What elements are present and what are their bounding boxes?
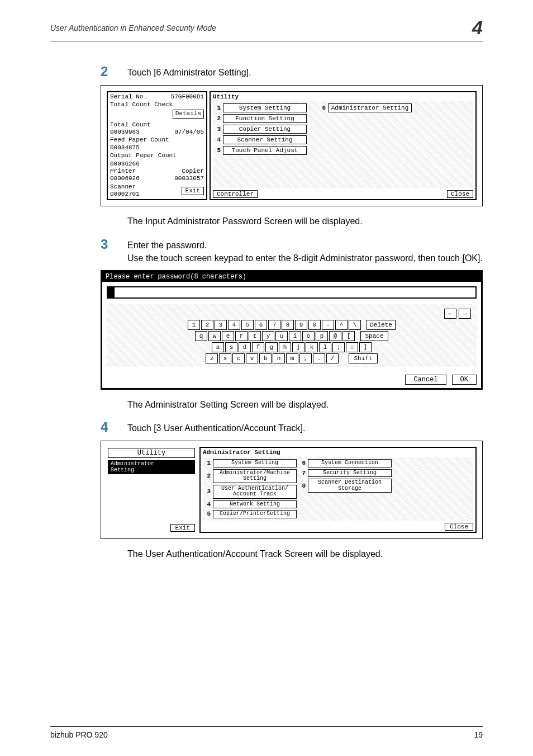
page-header-title: User Authentication in Enhanced Security…: [50, 23, 216, 32]
printer-value: 00006926: [110, 175, 140, 182]
shift-key[interactable]: Shift: [349, 353, 378, 363]
controller-button[interactable]: Controller: [213, 190, 258, 198]
keyboard-key[interactable]: t: [249, 331, 261, 341]
keyboard-key[interactable]: ;: [332, 342, 345, 352]
keyboard-key[interactable]: a: [212, 342, 224, 352]
menu-item-button[interactable]: System Setting: [213, 459, 297, 467]
menu-item-button[interactable]: System Setting: [223, 103, 307, 112]
keyboard-key[interactable]: c: [232, 353, 245, 363]
details-button[interactable]: Details: [173, 110, 204, 118]
keyboard-key[interactable]: 9: [295, 320, 307, 330]
utility-tab[interactable]: Utility: [108, 448, 195, 458]
arrow-right-key[interactable]: →: [459, 309, 471, 319]
close-button[interactable]: Close: [447, 190, 473, 198]
menu-item-button[interactable]: Scanner Destination Storage: [308, 479, 392, 493]
menu-item-number: 4: [215, 136, 221, 143]
menu-item-button[interactable]: Administrator/Machine Setting: [213, 469, 297, 483]
cancel-button[interactable]: Cancel: [405, 375, 446, 385]
serial-label: Serial No.: [110, 93, 147, 101]
admin-setting-title: Administrator Setting: [203, 449, 473, 456]
keyboard-key[interactable]: /: [326, 353, 339, 363]
delete-key[interactable]: Delete: [367, 320, 396, 330]
keyboard-key[interactable]: :: [346, 342, 358, 352]
keyboard-key[interactable]: r: [235, 331, 248, 341]
keyboard-key[interactable]: 7: [268, 320, 280, 330]
keyboard-key[interactable]: 3: [215, 320, 227, 330]
arrow-left-key[interactable]: ←: [444, 309, 456, 319]
space-key[interactable]: Space: [360, 331, 388, 341]
keyboard-key[interactable]: h: [279, 342, 291, 352]
keyboard-key[interactable]: y: [262, 331, 274, 341]
administrator-setting-button[interactable]: Administrator Setting: [328, 103, 412, 112]
cursor: [108, 287, 115, 297]
menu-item-number: 1: [215, 105, 221, 111]
keyboard-key[interactable]: ,: [299, 353, 312, 363]
keyboard-key[interactable]: \: [349, 320, 361, 330]
keyboard-key[interactable]: 6: [255, 320, 267, 330]
menu-item-button[interactable]: Network Setting: [213, 500, 297, 509]
menu-item-button[interactable]: Security Setting: [308, 469, 392, 478]
step-4-text: Touch [3 User Authentication/Account Tra…: [127, 419, 305, 434]
keyboard-key[interactable]: m: [286, 353, 298, 363]
keyboard-key[interactable]: 8: [282, 320, 294, 330]
serial-value: 57GF000D1: [171, 93, 204, 101]
menu-item-number: 2: [215, 115, 221, 122]
exit-button[interactable]: Exit: [182, 187, 204, 195]
menu-item-button[interactable]: Scanner Setting: [223, 135, 307, 144]
keyboard-key[interactable]: d: [239, 342, 251, 352]
menu-item-button[interactable]: System Connection: [308, 459, 392, 467]
menu-item-number: 1: [205, 460, 211, 466]
menu-item-number: 5: [205, 511, 211, 517]
menu-item-number: 7: [300, 470, 306, 476]
close-button[interactable]: Close: [445, 523, 473, 531]
keyboard-key[interactable]: x: [219, 353, 231, 363]
menu-item-button[interactable]: Touch Panel Adjust: [223, 146, 307, 155]
keyboard-key[interactable]: .: [313, 353, 325, 363]
step-number-2: 2: [101, 64, 127, 79]
output-paper-value: 00036266: [110, 160, 204, 168]
keyboard-key[interactable]: g: [265, 342, 278, 352]
keyboard-key[interactable]: z: [206, 353, 218, 363]
menu-item-button[interactable]: Copier/PrinterSetting: [213, 510, 297, 518]
tab-line1: Administrator: [111, 461, 154, 467]
administrator-setting-tab[interactable]: Administrator Setting: [108, 460, 195, 474]
password-input[interactable]: [107, 286, 477, 299]
keyboard-key[interactable]: i: [289, 331, 301, 341]
tab-line2: Setting: [111, 467, 134, 473]
ok-button[interactable]: OK: [452, 375, 477, 385]
keyboard-key[interactable]: [: [342, 331, 355, 341]
keyboard-key[interactable]: v: [246, 353, 258, 363]
footer-model: bizhub PRO 920: [50, 730, 108, 739]
keyboard-key[interactable]: o: [302, 331, 315, 341]
keyboard-key[interactable]: ]: [359, 342, 372, 352]
keyboard-key[interactable]: n: [273, 353, 285, 363]
menu-item-number: 5: [215, 147, 221, 154]
keyboard-key[interactable]: p: [316, 331, 328, 341]
keyboard-key[interactable]: 5: [241, 320, 254, 330]
keyboard-key[interactable]: 4: [228, 320, 240, 330]
keyboard-key[interactable]: s: [225, 342, 237, 352]
keyboard-key[interactable]: 2: [201, 320, 213, 330]
keyboard-key[interactable]: w: [208, 331, 221, 341]
keyboard-key[interactable]: -: [322, 320, 334, 330]
keyboard-key[interactable]: l: [319, 342, 331, 352]
menu-item-button[interactable]: Copier Setting: [223, 125, 307, 134]
menu-item-button[interactable]: User Authentication/ Account Track: [213, 485, 297, 499]
keyboard-key[interactable]: q: [195, 331, 207, 341]
keyboard-key[interactable]: 1: [188, 320, 200, 330]
keyboard-key[interactable]: ^: [335, 320, 348, 330]
exit-button[interactable]: Exit: [170, 524, 195, 532]
keyboard-key[interactable]: @: [329, 331, 341, 341]
after-step2-text: The Input Administrator Password Screen …: [127, 215, 483, 228]
keyboard-key[interactable]: j: [292, 342, 304, 352]
keyboard-key[interactable]: e: [222, 331, 234, 341]
keyboard-key[interactable]: u: [275, 331, 288, 341]
copier-label: Copier: [182, 168, 204, 175]
keyboard-key[interactable]: f: [252, 342, 264, 352]
menu-item-button[interactable]: Function Setting: [223, 114, 307, 123]
keyboard-key[interactable]: k: [306, 342, 318, 352]
keyboard-key[interactable]: 0: [308, 320, 321, 330]
footer-page-number: 19: [474, 730, 483, 739]
after-step3-text: The Administrator Setting Screen will be…: [127, 398, 483, 411]
keyboard-key[interactable]: b: [259, 353, 272, 363]
